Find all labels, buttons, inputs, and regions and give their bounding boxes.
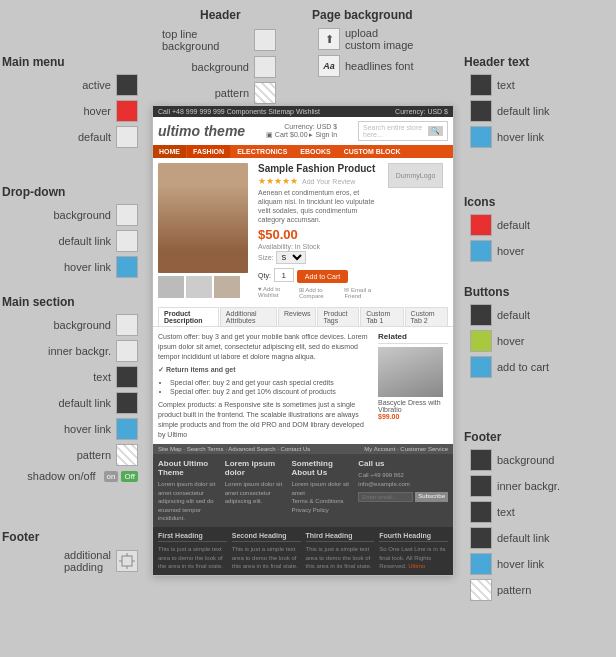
footer-account: My Account · Customer Service	[364, 446, 448, 452]
header-hoverlink-swatch[interactable]	[470, 126, 492, 148]
reviews-label: Add Your Review	[302, 178, 355, 185]
add-to-cart-btn[interactable]: Add to Cart	[297, 270, 348, 283]
footer-hoverlink-swatch[interactable]	[470, 553, 492, 575]
nav-electronics[interactable]: ELECTRONICS	[231, 145, 293, 158]
fc-text-1: This is just a simple text area to demo …	[158, 545, 227, 570]
footer-deflink-swatch[interactable]	[470, 527, 492, 549]
shadow-row: shadow on/off on Off	[2, 470, 142, 482]
header-bg-label: background	[192, 61, 250, 73]
icons-title: Icons	[464, 195, 614, 209]
main-menu-default-swatch[interactable]	[116, 126, 138, 148]
header-text-label: text	[497, 79, 515, 91]
main-hoverlink-swatch[interactable]	[116, 418, 138, 440]
site-search[interactable]: Search entire store here... 🔍	[358, 121, 448, 141]
upload-swatch[interactable]: ⬆	[318, 28, 340, 50]
content-list-title: ✓ Return items and get	[158, 365, 373, 375]
header-topline-swatch[interactable]	[254, 29, 276, 51]
dropdown-deflink-swatch[interactable]	[116, 230, 138, 252]
footer-pattern-swatch[interactable]	[470, 579, 492, 601]
footer-deflink-row: default link	[464, 527, 614, 549]
main-bg-row: background	[2, 314, 142, 336]
fc-text-2: This is just a simple text area to demo …	[232, 545, 301, 570]
icons-hover-swatch[interactable]	[470, 240, 492, 262]
search-placeholder: Search entire store here...	[363, 124, 428, 138]
shadow-off-badge[interactable]: on	[104, 471, 119, 482]
buttons-addtocart-row: add to cart	[464, 356, 614, 378]
header-text-title: Header text	[464, 55, 614, 69]
footer-left-title: Footer	[2, 530, 142, 544]
footer-col-2: Second Heading This is just a simple tex…	[232, 532, 301, 570]
footer-padding-swatch[interactable]	[116, 550, 138, 572]
header-deflink-swatch[interactable]	[470, 100, 492, 122]
main-menu-section: Main menu active hover default	[2, 55, 142, 152]
main-deflink-swatch[interactable]	[116, 392, 138, 414]
search-button[interactable]: 🔍	[428, 126, 443, 136]
main-bg-swatch[interactable]	[116, 314, 138, 336]
font-swatch[interactable]: Aa	[318, 55, 340, 77]
footer-widget-4: Call us Call +49 999 862info@example.com…	[358, 459, 448, 522]
shadow-on-badge[interactable]: Off	[121, 471, 138, 482]
nav-fashion[interactable]: FASHION	[187, 145, 230, 158]
main-menu-title: Main menu	[2, 55, 142, 69]
header-bg-swatch[interactable]	[254, 56, 276, 78]
main-menu-active-swatch[interactable]	[116, 74, 138, 96]
buttons-section: Buttons default hover add to cart	[464, 285, 614, 382]
qty-label: Qty:	[258, 272, 271, 279]
thumb-1[interactable]	[158, 276, 184, 298]
buttons-addtocart-swatch[interactable]	[470, 356, 492, 378]
main-hoverlink-label: hover link	[64, 423, 111, 435]
footer-padding-row: additionalpadding	[2, 549, 142, 573]
content-list-item2: Special offer: buy 2 and get 10% discoun…	[170, 387, 373, 397]
main-innerbg-swatch[interactable]	[116, 340, 138, 362]
site-product: Sample Fashion Product ★★★★★ Add Your Re…	[153, 158, 453, 304]
newsletter-input[interactable]	[358, 492, 413, 502]
nav-ebooks[interactable]: EBOOKS	[294, 145, 336, 158]
main-text-swatch[interactable]	[116, 366, 138, 388]
dropdown-hoverlink-label: hover link	[64, 261, 111, 273]
tab-additional[interactable]: Additional Attributes	[220, 307, 277, 326]
thumb-2[interactable]	[186, 276, 212, 298]
qty-box[interactable]: 1	[274, 268, 294, 282]
tab-tags[interactable]: Product Tags	[317, 307, 359, 326]
compare-label: ⊞ Add to Compare	[299, 286, 342, 299]
footer-innerbg-label: inner backgr.	[497, 480, 560, 492]
tab-reviews[interactable]: Reviews	[278, 307, 316, 326]
dropdown-hoverlink-swatch[interactable]	[116, 256, 138, 278]
footer-innerbg-swatch[interactable]	[470, 475, 492, 497]
dropdown-bg-swatch[interactable]	[116, 204, 138, 226]
footer-deflink-label: default link	[497, 532, 550, 544]
main-pattern-swatch[interactable]	[116, 444, 138, 466]
footer-widget-2: Lorem ipsum dolor Lorem ipsum dolor sit …	[225, 459, 287, 522]
header-deflink-label: default link	[497, 105, 550, 117]
site-footer-bottom: First Heading This is just a simple text…	[153, 527, 453, 575]
footer-text-swatch[interactable]	[470, 501, 492, 523]
main-menu-hover-label: hover	[83, 105, 111, 117]
main-section-title: Main section	[2, 295, 142, 309]
footer-bg-swatch[interactable]	[470, 449, 492, 471]
site-tabs: Product Description Additional Attribute…	[153, 304, 453, 327]
footer-innerbg-row: inner backgr.	[464, 475, 614, 497]
footer-bg-label: background	[497, 454, 555, 466]
tab-product-desc[interactable]: Product Description	[158, 307, 219, 326]
nav-home[interactable]: HOME	[153, 145, 186, 158]
buttons-hover-swatch[interactable]	[470, 330, 492, 352]
thumb-3[interactable]	[214, 276, 240, 298]
buttons-default-row: default	[464, 304, 614, 326]
site-logo-bar: ultimo theme Currency: USD $ ▣ Cart $0.0…	[153, 117, 453, 145]
size-select[interactable]: SML	[276, 251, 306, 264]
buttons-default-swatch[interactable]	[470, 304, 492, 326]
topbar-left: Call +48 999 999 999 Components Sitemap …	[158, 108, 320, 115]
header-text-swatch[interactable]	[470, 74, 492, 96]
main-menu-hover-swatch[interactable]	[116, 100, 138, 122]
tab-custom2[interactable]: Custom Tab 2	[405, 307, 448, 326]
nav-custom[interactable]: CUSTOM BLOCK	[338, 145, 407, 158]
subscribe-btn[interactable]: Subscribe	[415, 492, 448, 502]
content-para1: Custom offer: buy 3 and get your mobile …	[158, 332, 373, 361]
product-title: Sample Fashion Product	[258, 163, 383, 174]
icons-default-swatch[interactable]	[470, 214, 492, 236]
tab-custom1[interactable]: Custom Tab 1	[360, 307, 403, 326]
footer-right-title: Footer	[464, 430, 614, 444]
fc-title-4: Fourth Heading	[379, 532, 448, 542]
header-pattern-swatch[interactable]	[254, 82, 276, 104]
main-bg-label: background	[54, 319, 112, 331]
